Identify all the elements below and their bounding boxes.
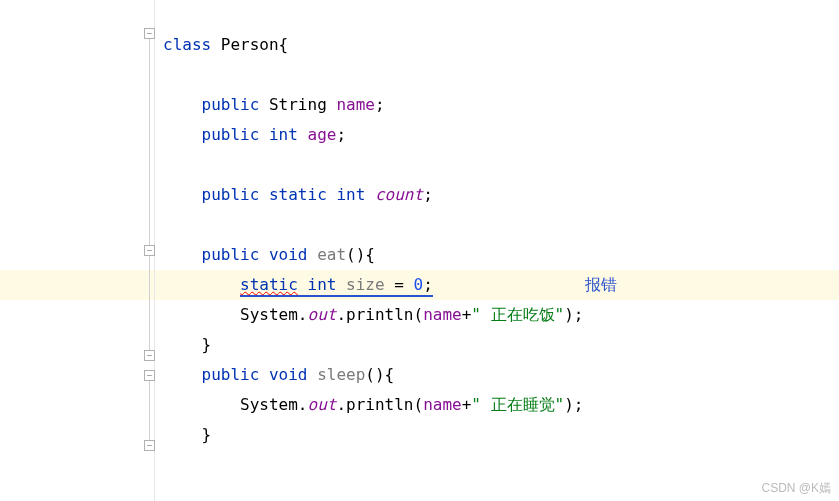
code-content[interactable]: class Person{ public String name; public… bbox=[155, 0, 839, 501]
code-line: } bbox=[155, 420, 839, 450]
code-line: public String name; bbox=[155, 90, 839, 120]
code-line: public void sleep(){ bbox=[155, 360, 839, 390]
code-editor: − − − − − class Person{ public String na… bbox=[0, 0, 839, 501]
code-line-error: static int size = 0;报错 bbox=[155, 270, 839, 300]
fold-end-icon[interactable]: − bbox=[144, 440, 155, 451]
code-line: } bbox=[155, 330, 839, 360]
error-annotation: 报错 bbox=[585, 270, 617, 300]
fold-end-icon[interactable]: − bbox=[144, 350, 155, 361]
code-line: public int age; bbox=[155, 120, 839, 150]
fold-marker-icon[interactable]: − bbox=[144, 370, 155, 381]
editor-gutter: − − − − − bbox=[0, 0, 155, 501]
watermark: CSDN @K嫣 bbox=[761, 480, 831, 497]
code-line: class Person{ bbox=[155, 30, 839, 60]
code-line: public static int count; bbox=[155, 180, 839, 210]
code-line: public void eat(){ bbox=[155, 240, 839, 270]
code-line: System.out.println(name+" 正在吃饭"); bbox=[155, 300, 839, 330]
fold-marker-icon[interactable]: − bbox=[144, 28, 155, 39]
code-line: System.out.println(name+" 正在睡觉"); bbox=[155, 390, 839, 420]
fold-marker-icon[interactable]: − bbox=[144, 245, 155, 256]
